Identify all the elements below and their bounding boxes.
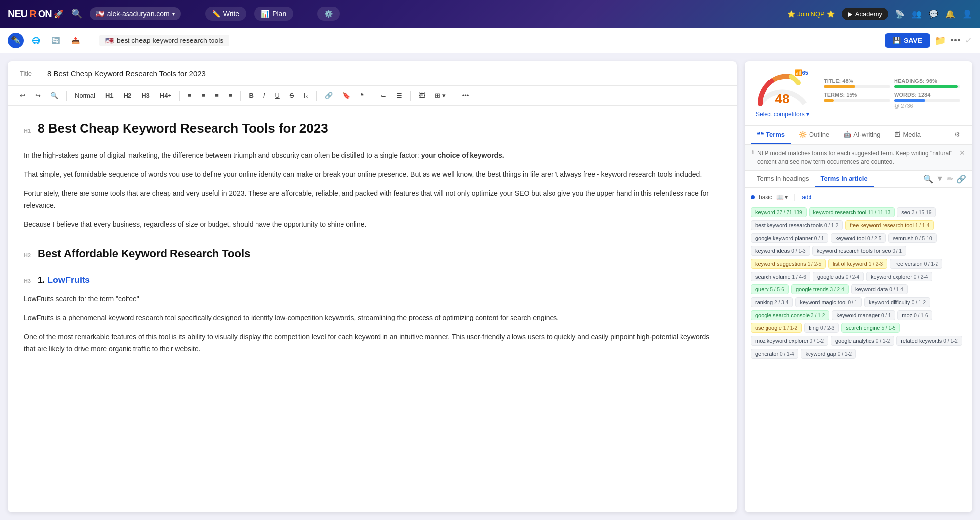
align-right-button[interactable]: ≡ <box>211 90 223 101</box>
basic-dropdown[interactable]: 📖 ▾ <box>776 194 788 200</box>
book-icon: 📖 <box>776 194 784 200</box>
chat-icon[interactable]: 💬 <box>929 9 938 19</box>
tab-ai-writing[interactable]: 🤖 AI-writing <box>837 126 886 144</box>
keyword-tag[interactable]: list of keyword1 / 2-3 <box>828 259 887 269</box>
keyword-tag[interactable]: best keyword research tools0 / 1-2 <box>751 220 843 230</box>
keyword-tag[interactable]: google ads0 / 2-4 <box>813 272 864 281</box>
quote-button[interactable]: ❝ <box>356 90 368 101</box>
keyword-tag[interactable]: keyword research tools for seo0 / 1 <box>812 246 906 256</box>
justify-button[interactable]: ≡ <box>225 90 237 101</box>
keyword-tag[interactable]: related keywords0 / 1-2 <box>896 336 962 346</box>
bold-button[interactable]: B <box>245 90 257 101</box>
keyword-tag[interactable]: keyword data0 / 1-4 <box>851 284 908 294</box>
academy-button[interactable]: ▶ Academy <box>842 8 888 20</box>
tab-view-icon[interactable]: 🌐 <box>28 33 43 48</box>
bell-icon[interactable]: 🔔 <box>945 9 955 19</box>
tab-share-icon[interactable]: 📤 <box>67 33 83 48</box>
lowfruits-link[interactable]: LowFruits <box>47 275 90 285</box>
keyword-tag[interactable]: keyword gap0 / 1-2 <box>801 349 856 359</box>
keyword-tag[interactable]: google trends3 / 2-4 <box>791 284 849 294</box>
filter-icon[interactable]: ▼ <box>936 174 944 184</box>
search-terms-icon[interactable]: 🔍 <box>923 174 933 184</box>
align-center-button[interactable]: ≡ <box>198 90 210 101</box>
underline-button[interactable]: U <box>271 90 283 101</box>
keyword-tag[interactable]: moz0 / 1-6 <box>897 310 932 320</box>
heading-h2-1: H2 Best Affordable Keyword Research Tool… <box>24 244 721 263</box>
keyword-tag[interactable]: search volume1 / 4-6 <box>751 272 810 281</box>
radio-icon[interactable]: 📡 <box>895 9 905 19</box>
unordered-list-button[interactable]: ☰ <box>392 90 406 101</box>
keyword-tag[interactable]: keyword magic tool0 / 1 <box>795 297 862 307</box>
save-button[interactable]: 💾 SAVE <box>885 33 930 48</box>
more-options-button[interactable]: ••• <box>950 35 961 46</box>
keyword-tag[interactable]: free version0 / 1-2 <box>890 259 942 269</box>
link-terms-icon[interactable]: 🔗 <box>956 174 966 184</box>
undo-button[interactable]: ↩ <box>16 90 29 101</box>
tab-edit-icon[interactable]: ✒️ <box>8 33 24 48</box>
h3-button[interactable]: H3 <box>137 90 154 101</box>
tab-media[interactable]: 🖼 Media <box>888 126 926 144</box>
keyword-tag[interactable]: semrush0 / 5-10 <box>888 233 936 243</box>
add-term-button[interactable]: add <box>802 194 811 200</box>
keyword-tag[interactable]: moz keyword explorer0 / 1-2 <box>751 336 828 346</box>
italic-button[interactable]: I <box>259 90 269 101</box>
user-avatar[interactable]: 👤 <box>962 9 972 19</box>
sub-tab-article[interactable]: Terms in article <box>815 171 874 187</box>
tab-terms[interactable]: ❝❝ Terms <box>751 126 791 144</box>
ordered-list-button[interactable]: ≔ <box>376 90 390 101</box>
keyword-tag[interactable]: use google1 / 1-2 <box>751 323 802 333</box>
title-text[interactable]: 8 Best Cheap Keyword Research Tools for … <box>47 69 725 78</box>
keyword-tag[interactable]: keyword difficulty0 / 1-2 <box>864 297 930 307</box>
tab-settings-icon[interactable]: ⚙ <box>948 126 966 144</box>
link-button[interactable]: 🔗 <box>321 90 337 101</box>
align-left-button[interactable]: ≡ <box>184 90 196 101</box>
superscript-button[interactable]: Iₓ <box>299 90 312 101</box>
keyword-tag[interactable]: seo3 / 15-19 <box>897 207 936 217</box>
edit-icon[interactable]: ✏ <box>947 174 953 184</box>
image-button[interactable]: 🖼 <box>415 90 429 101</box>
users-icon[interactable]: 👥 <box>912 9 922 19</box>
tab-refresh-icon[interactable]: 🔄 <box>47 33 63 48</box>
chevron-down-icon: ▾ <box>172 11 175 17</box>
keyword-tag[interactable]: keyword37 / 71-139 <box>751 207 807 217</box>
more-format-button[interactable]: ••• <box>458 90 473 101</box>
join-nqp-button[interactable]: ⭐ Join NQP ⭐ <box>787 10 835 18</box>
keyword-tag[interactable]: google search console3 / 1-2 <box>751 310 829 320</box>
bookmark-button[interactable]: 🔖 <box>339 90 354 101</box>
search-icon[interactable]: 🔍 <box>71 8 82 19</box>
doc-title-pill[interactable]: 🇺🇸 best cheap keyword research tools <box>99 35 229 46</box>
keyword-tag[interactable]: keyword suggestions1 / 2-5 <box>751 259 826 269</box>
keyword-tag[interactable]: search engine5 / 1-5 <box>841 323 899 333</box>
keyword-tag[interactable]: generator0 / 1-4 <box>751 349 798 359</box>
normal-text-button[interactable]: Normal <box>71 90 99 101</box>
table-button[interactable]: ⊞ ▾ <box>431 90 450 101</box>
keyword-tag[interactable]: keyword ideas0 / 1-3 <box>751 246 810 256</box>
keyword-tag[interactable]: free keyword research tool1 / 1-4 <box>845 220 934 230</box>
keyword-tag[interactable]: keyword research tool11 / 11-13 <box>809 207 895 217</box>
write-button[interactable]: ✏️ Write <box>205 7 246 21</box>
keyword-tag[interactable]: keyword tool0 / 2-5 <box>831 233 886 243</box>
h4-button[interactable]: H4+ <box>156 90 175 101</box>
keyword-tag[interactable]: keyword explorer0 / 2-4 <box>866 272 932 281</box>
plan-button[interactable]: 📊 Plan <box>254 7 293 21</box>
strikethrough-button[interactable]: S <box>286 90 298 101</box>
app-logo[interactable]: NEURON 🚀 <box>8 8 63 20</box>
domain-selector[interactable]: 🇺🇸 alek-asaduryan.com ▾ <box>90 7 181 20</box>
select-competitors-button[interactable]: Select competitors ▾ <box>756 111 809 118</box>
editor-content[interactable]: H1 8 Best Cheap Keyword Research Tools f… <box>8 106 737 374</box>
search-format-button[interactable]: 🔍 <box>46 90 62 101</box>
keyword-tag[interactable]: google keyword planner0 / 1 <box>751 233 828 243</box>
sub-tab-headings[interactable]: Terms in headings <box>751 171 815 187</box>
settings-button[interactable]: ⚙️ <box>317 7 340 21</box>
keyword-tag[interactable]: query5 / 5-6 <box>751 284 789 294</box>
keyword-tag[interactable]: google analytics0 / 1-2 <box>831 336 894 346</box>
keyword-tag[interactable]: keyword manager0 / 1 <box>832 310 895 320</box>
folder-button[interactable]: 📁 <box>934 35 946 46</box>
h1-button[interactable]: H1 <box>101 90 118 101</box>
notice-close-button[interactable]: ✕ <box>959 149 965 157</box>
keyword-tag[interactable]: bing0 / 2-3 <box>804 323 839 333</box>
keyword-tag[interactable]: ranking2 / 3-4 <box>751 297 793 307</box>
redo-button[interactable]: ↪ <box>31 90 44 101</box>
h2-button[interactable]: H2 <box>120 90 136 101</box>
tab-outline[interactable]: 🔆 Outline <box>793 126 835 144</box>
